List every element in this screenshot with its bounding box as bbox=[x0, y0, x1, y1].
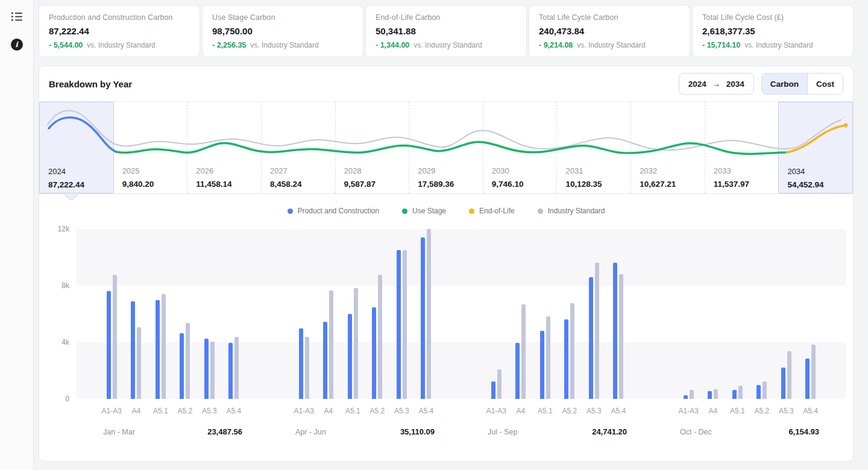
bar-industry-standard bbox=[427, 229, 431, 399]
legend-label: Industry Standard bbox=[548, 207, 605, 215]
y-axis-tick: 8k bbox=[61, 281, 69, 290]
bar-pair bbox=[558, 229, 582, 399]
quarter-bar-group bbox=[653, 229, 846, 399]
timeline-year-value: 10,128.35 bbox=[565, 180, 631, 189]
timeline-year-label: 2034 bbox=[787, 167, 852, 176]
kpi-card-value: 50,341.88 bbox=[376, 26, 517, 36]
year-range-to: 2034 bbox=[726, 80, 744, 89]
bar-product-construction bbox=[589, 277, 593, 399]
plot-area bbox=[77, 229, 846, 399]
list-icon[interactable] bbox=[10, 11, 24, 24]
category-label: A4 bbox=[124, 407, 149, 415]
legend-item[interactable]: End-of-Life bbox=[469, 207, 515, 215]
kpi-card: Total Life Cycle Cost (£)2,618,377.35- 1… bbox=[692, 5, 854, 57]
timeline-year-label: 2026 bbox=[196, 166, 261, 175]
timeline-year-value: 8,458.24 bbox=[270, 180, 335, 189]
category-label: A1-A3 bbox=[484, 407, 509, 415]
bar-pair bbox=[99, 229, 124, 399]
bar-industry-standard bbox=[113, 275, 117, 399]
quarter-bar-group bbox=[461, 229, 653, 399]
quarter-category-labels: A1-A3A4A5.1A5.2A5.3A5.4 bbox=[77, 407, 269, 415]
timeline-year-2034[interactable]: 203454,452.94 bbox=[778, 102, 853, 193]
category-label: A4 bbox=[509, 407, 533, 415]
category-label: A5.1 bbox=[725, 407, 750, 415]
timeline-year-value: 11,458.14 bbox=[196, 180, 261, 189]
timeline-year-label: 2027 bbox=[270, 166, 335, 175]
bar-industry-standard bbox=[497, 369, 502, 399]
bar-pair bbox=[676, 229, 701, 399]
kpi-card: Use Stage Carbon98,750.00- 2,256.35vs. I… bbox=[202, 5, 363, 57]
kpi-card-title: Total Life Cycle Carbon bbox=[539, 13, 680, 22]
bar-industry-standard bbox=[521, 304, 526, 399]
timeline-year-value: 54,452.94 bbox=[787, 180, 852, 189]
category-label: A5.1 bbox=[148, 407, 173, 415]
bar-pair bbox=[484, 229, 509, 399]
legend-label: End-of-Life bbox=[479, 207, 515, 215]
toggle-cost-button[interactable]: Cost bbox=[808, 74, 843, 94]
legend-label: Product and Construction bbox=[298, 207, 379, 215]
bar-industry-standard bbox=[329, 290, 333, 399]
timeline-year-2027[interactable]: 20278,458.24 bbox=[261, 102, 335, 193]
quarter-summary: Apr - Jun35,110.09 bbox=[269, 427, 461, 436]
kpi-delta-suffix: vs. Industry Standard bbox=[250, 41, 318, 49]
bar-industry-standard bbox=[186, 323, 190, 399]
kpi-delta-row: - 1,344.00vs. Industry Standard bbox=[376, 41, 517, 49]
legend-item[interactable]: Product and Construction bbox=[288, 207, 379, 215]
bar-pair bbox=[173, 229, 198, 399]
kpi-delta-suffix: vs. Industry Standard bbox=[87, 41, 155, 49]
timeline-year-value: 87,222.44 bbox=[48, 180, 113, 189]
legend-item[interactable]: Industry Standard bbox=[538, 207, 605, 215]
timeline-year-2028[interactable]: 20289,587.87 bbox=[335, 102, 409, 193]
kpi-delta-suffix: vs. Industry Standard bbox=[744, 41, 813, 49]
bar-product-construction bbox=[421, 237, 425, 399]
quarter-summary: Jul - Sep24,741.20 bbox=[461, 427, 653, 436]
timeline-year-2031[interactable]: 203110,128.35 bbox=[556, 102, 631, 193]
timeline-year-2029[interactable]: 202917,589.36 bbox=[409, 102, 483, 193]
bar-product-construction bbox=[107, 291, 111, 399]
quarter-bar-group bbox=[269, 229, 461, 399]
kpi-delta-row: - 5,544.00vs. Industry Standard bbox=[49, 41, 190, 49]
bar-pair bbox=[509, 229, 533, 399]
timeline-year-2033[interactable]: 203311,537.97 bbox=[705, 102, 779, 193]
bar-industry-standard bbox=[595, 263, 599, 399]
bar-product-construction bbox=[180, 333, 184, 399]
y-axis: 12k8k4k0 bbox=[49, 229, 77, 399]
timeline-year-value: 17,589.36 bbox=[418, 180, 483, 189]
bar-product-construction bbox=[781, 368, 785, 399]
bar-product-construction bbox=[348, 314, 352, 399]
legend-item[interactable]: Use Stage bbox=[402, 207, 446, 215]
y-axis-tick: 0 bbox=[65, 395, 69, 403]
timeline-year-2030[interactable]: 20309,746.10 bbox=[483, 102, 557, 193]
bar-product-construction bbox=[708, 391, 712, 399]
timeline-year-value: 9,746.10 bbox=[492, 180, 557, 189]
bar-industry-standard bbox=[811, 345, 816, 399]
timeline-year-2032[interactable]: 203210,627.21 bbox=[631, 102, 705, 193]
category-label: A5.2 bbox=[750, 407, 775, 415]
bar-product-construction bbox=[228, 343, 233, 399]
bar-product-construction bbox=[564, 319, 568, 399]
quarter-category-labels: A1-A3A4A5.1A5.2A5.3A5.4 bbox=[653, 407, 846, 415]
bar-industry-standard bbox=[714, 389, 718, 399]
info-icon[interactable]: i bbox=[11, 39, 23, 51]
bar-industry-standard bbox=[763, 381, 767, 399]
kpi-card: End-of-Life Carbon50,341.88- 1,344.00vs.… bbox=[365, 5, 527, 57]
bar-product-construction bbox=[613, 263, 617, 399]
quarter-summary: Oct - Dec6,154.93 bbox=[653, 427, 846, 436]
timeline-year-2026[interactable]: 202611,458.14 bbox=[187, 102, 261, 193]
quarter-category-labels: A1-A3A4A5.1A5.2A5.3A5.4 bbox=[461, 407, 653, 415]
kpi-delta-value: - 2,256.35 bbox=[212, 41, 246, 49]
timeline-year-label: 2025 bbox=[122, 166, 187, 175]
toggle-carbon-button[interactable]: Carbon bbox=[762, 74, 808, 94]
chart-legend: Product and ConstructionUse StageEnd-of-… bbox=[39, 207, 853, 215]
year-range-selector[interactable]: 2024 → 2034 bbox=[679, 73, 754, 95]
kpi-card-title: End-of-Life Carbon bbox=[376, 13, 517, 22]
timeline-year-2025[interactable]: 20259,840.20 bbox=[114, 102, 187, 193]
bar-industry-standard bbox=[162, 294, 166, 399]
timeline-year-value: 11,537.97 bbox=[714, 180, 779, 189]
category-label: A1-A3 bbox=[99, 407, 124, 415]
legend-dot-icon bbox=[288, 208, 293, 214]
bar-pair bbox=[799, 229, 823, 399]
timeline-year-2024[interactable]: 202487,222.44 bbox=[39, 102, 114, 193]
bar-industry-standard bbox=[234, 337, 239, 399]
timeline-year-label: 2033 bbox=[714, 166, 779, 175]
